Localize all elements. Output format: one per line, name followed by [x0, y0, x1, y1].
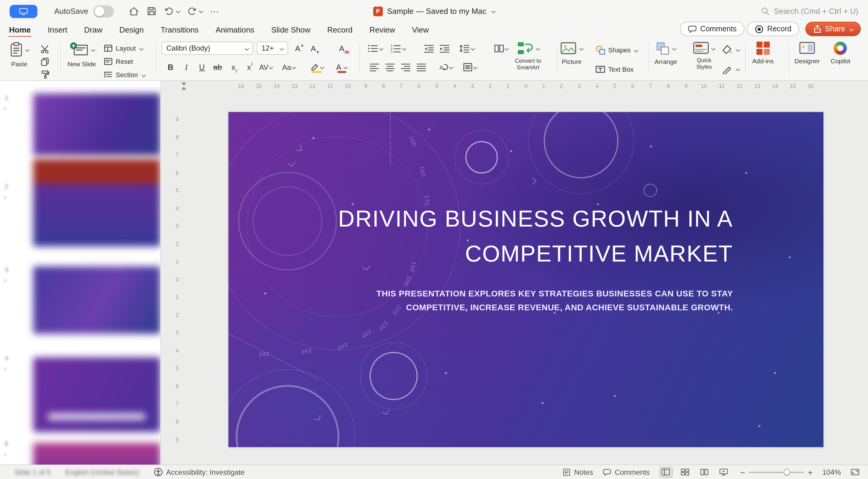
subscript-button[interactable]: x2	[228, 61, 241, 73]
align-center-button[interactable]	[383, 61, 397, 73]
layout-button[interactable]: Layout	[104, 44, 143, 53]
shapes-button[interactable]: Shapes	[595, 45, 638, 55]
normal-view-button[interactable]	[659, 467, 673, 478]
record-button[interactable]: Record	[747, 22, 799, 36]
copy-button[interactable]	[38, 56, 51, 67]
decrease-font-size-button[interactable]: A▼	[309, 42, 322, 55]
tab-animations[interactable]: Animations	[216, 25, 254, 34]
copilot-button[interactable]: Copilot	[831, 41, 850, 64]
convert-to-smartart-button[interactable]: Convert to SmartArt	[505, 41, 551, 71]
slide-subtitle[interactable]: THIS PRESENTATION EXPLORES KEY STRATEGIE…	[343, 287, 733, 315]
tab-review[interactable]: Review	[370, 25, 395, 34]
zoom-slider-knob[interactable]	[784, 469, 790, 475]
increase-indent-button[interactable]	[438, 42, 451, 55]
zoom-in-button[interactable]: +	[808, 467, 812, 477]
bold-button[interactable]: B	[164, 61, 177, 73]
picture-button[interactable]: Picture	[561, 41, 583, 65]
reset-button[interactable]: Reset	[104, 57, 133, 66]
numbering-button[interactable]: 123	[391, 42, 406, 55]
slide-thumbnail-5[interactable]	[33, 443, 160, 465]
window-control-pill[interactable]	[10, 4, 37, 18]
character-spacing-button[interactable]: AV	[259, 61, 273, 73]
zoom-percent[interactable]: 104%	[823, 468, 841, 476]
reading-view-button[interactable]	[698, 467, 711, 478]
bullets-button[interactable]	[368, 42, 383, 55]
language-indicator[interactable]: English (United States)	[65, 468, 139, 476]
text-highlight-button[interactable]	[310, 61, 324, 73]
more-icon[interactable]: ⋯	[210, 6, 220, 17]
zoom-slider[interactable]	[749, 472, 804, 473]
comments-button[interactable]: Comments	[680, 22, 744, 36]
tab-transitions[interactable]: Transitions	[161, 25, 198, 34]
change-case-button[interactable]: Aa	[282, 61, 296, 73]
text-box-button[interactable]: Text Box	[595, 64, 633, 74]
slide-thumbnail-4[interactable]	[33, 357, 160, 432]
accessibility-status[interactable]: Accessibility: Investigate	[154, 468, 245, 477]
increase-font-size-button[interactable]: A▲	[293, 42, 306, 55]
decrease-indent-button[interactable]	[422, 42, 435, 55]
section-button[interactable]: Section	[104, 70, 145, 79]
line-spacing-button[interactable]	[459, 42, 474, 55]
designer-button[interactable]: Designer	[795, 41, 820, 64]
arrange-button[interactable]: Arrange	[655, 41, 677, 65]
fit-to-window-button[interactable]	[850, 468, 860, 476]
font-name-select[interactable]: Calibri (Body)	[161, 41, 253, 55]
cut-button[interactable]	[38, 43, 51, 54]
shape-outline-button[interactable]	[722, 64, 740, 74]
justify-button[interactable]	[415, 61, 428, 73]
autosave-toggle[interactable]	[94, 5, 114, 17]
ruler-number: 12	[309, 83, 315, 89]
home-nav-button[interactable]	[129, 6, 140, 17]
italic-button[interactable]: I	[180, 61, 193, 73]
text-direction-button[interactable]: A	[439, 61, 453, 73]
tab-draw[interactable]: Draw	[84, 25, 102, 34]
ruler-number: 11	[719, 83, 724, 89]
save-button[interactable]	[147, 6, 157, 16]
strikethrough-button[interactable]: ab	[211, 61, 224, 73]
shape-fill-button[interactable]	[722, 44, 740, 55]
notes-button[interactable]: Notes	[562, 468, 593, 476]
align-left-button[interactable]	[368, 61, 381, 73]
slide-thumbnail-2[interactable]	[33, 159, 160, 247]
tab-view[interactable]: View	[412, 25, 429, 34]
undo-button[interactable]	[164, 6, 180, 16]
underline-button[interactable]: U	[195, 61, 209, 73]
ruler-number: 5	[613, 83, 616, 89]
slide-sorter-view-button[interactable]	[679, 467, 692, 478]
slide-title[interactable]: DRIVING BUSINESS GROWTH IN A COMPETITIVE…	[307, 201, 733, 271]
add-ins-button[interactable]: Add-ins	[752, 41, 774, 64]
search-field[interactable]: Search (Cmd + Ctrl + U)	[761, 7, 858, 16]
format-painter-button[interactable]	[38, 69, 51, 79]
superscript-button[interactable]: x2	[244, 61, 257, 73]
ruler-number: 9	[169, 116, 185, 122]
tab-slide-show[interactable]: Slide Show	[271, 25, 310, 34]
tab-design[interactable]: Design	[119, 25, 144, 34]
tab-home[interactable]: Home	[9, 25, 31, 34]
zoom-out-button[interactable]: −	[740, 467, 745, 477]
slide-show-button[interactable]	[717, 467, 731, 478]
new-slide-button[interactable]: New Slide	[67, 41, 96, 67]
ruler-indent-marker[interactable]	[181, 83, 186, 86]
ruler-indent-marker[interactable]	[181, 87, 186, 90]
slide-thumbnail-1[interactable]	[33, 93, 160, 155]
slide-thumbnail-3[interactable]	[33, 266, 160, 334]
align-text-button[interactable]	[463, 61, 477, 73]
font-size-select[interactable]: 12+	[257, 41, 288, 55]
tab-insert[interactable]: Insert	[48, 25, 67, 34]
font-color-button[interactable]: A	[335, 61, 348, 73]
slide-thumbnail-panel[interactable]: 1»2»3»4»5»	[0, 81, 161, 465]
document-title-text: Sample — Saved to my Mac	[387, 7, 486, 16]
tab-record[interactable]: Record	[327, 25, 352, 34]
quick-styles-button[interactable]: Quick Styles	[689, 41, 718, 70]
redo-button[interactable]	[187, 6, 203, 16]
chevron-down-icon	[711, 46, 715, 50]
document-title[interactable]: P Sample — Saved to my Mac	[373, 6, 495, 16]
share-button[interactable]: Share	[805, 22, 861, 36]
ruler-number: 3	[169, 330, 185, 336]
clear-formatting-button[interactable]: A	[338, 42, 351, 55]
comments-toggle-button[interactable]: Comments	[603, 468, 650, 476]
horizontal-ruler[interactable]: 1615141312111098765432101234567891011121…	[161, 81, 868, 92]
align-right-button[interactable]	[399, 61, 412, 73]
paste-button[interactable]: Paste	[10, 41, 29, 67]
slide-canvas[interactable]: 150160170190200210220230240250260 DRIVIN…	[228, 112, 824, 447]
